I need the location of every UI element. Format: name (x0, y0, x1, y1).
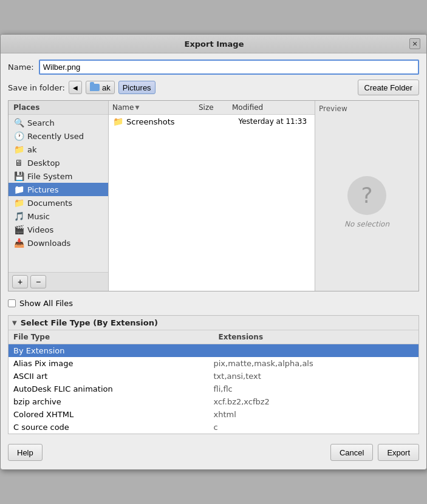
folder-icon-pictures: 📁 (13, 185, 24, 194)
place-item-documents[interactable]: 📁 Documents (9, 196, 108, 209)
col-name-label: Name (112, 103, 134, 112)
file-row-screenshots[interactable]: 📁 Screenshots Yesterday at 11:33 (109, 115, 315, 128)
place-label-downloads: Downloads (27, 239, 70, 248)
col-modified-label: Modified (232, 103, 263, 112)
ft-row-bzip[interactable]: bzip archive xcf.bz2,xcfbz2 (9, 395, 418, 408)
ft-type-autodesk-flic: AutoDesk FLIC animation (13, 384, 214, 393)
dialog-title: Export Image (19, 39, 409, 49)
place-item-search[interactable]: 🔍 Search (9, 116, 108, 129)
drive-icon: 💾 (13, 171, 24, 181)
place-label-filesystem: File System (27, 172, 72, 181)
folder-icon-documents: 📁 (13, 198, 24, 208)
ft-col-header-type: File Type (9, 332, 214, 342)
folder-icon-ak: 📁 (13, 145, 24, 154)
name-label: Name: (8, 63, 34, 72)
file-type-header[interactable]: ▼ Select File Type (By Extension) (9, 316, 418, 330)
place-label-recently-used: Recently Used (27, 132, 84, 141)
place-label-documents: Documents (27, 199, 72, 208)
add-place-button[interactable]: + (12, 275, 28, 288)
ft-type-c-source: C source code (13, 423, 214, 432)
ft-col-header-ext: Extensions (214, 332, 419, 342)
ft-type-alias-pix: Alias Pix image (13, 359, 214, 368)
back-button[interactable]: ◀ (69, 81, 82, 94)
video-icon: 🎬 (13, 225, 24, 234)
ft-ext-ascii-art: txt,ansi,text (214, 372, 414, 381)
name-row: Name: (8, 60, 419, 75)
main-panel: Places 🔍 Search 🕐 Recently Used 📁 ak (8, 100, 419, 291)
folder-icon-screenshots: 📁 (112, 117, 123, 126)
preview-no-selection: No selection (344, 220, 389, 228)
ft-col-headers: File Type Extensions (9, 330, 418, 344)
ft-type-by-extension: By Extension (13, 346, 214, 355)
breadcrumb-pictures-label: Pictures (123, 83, 151, 92)
titlebar: Export Image ✕ (1, 35, 426, 53)
ft-type-bzip: bzip archive (13, 397, 214, 406)
ft-ext-autodesk-flic: fli,flc (214, 384, 414, 393)
cancel-button[interactable]: Cancel (330, 444, 373, 461)
files-panel: Name ▼ Size Modified 📁 Screenshots (109, 101, 315, 291)
places-panel: Places 🔍 Search 🕐 Recently Used 📁 ak (9, 101, 109, 291)
ft-ext-c-source: c (214, 423, 414, 432)
show-all-files-row: Show All Files (8, 296, 419, 310)
ft-row-c-source[interactable]: C source code c (9, 421, 418, 434)
ft-ext-bzip: xcf.bz2,xcfbz2 (214, 397, 414, 406)
place-item-filesystem[interactable]: 💾 File System (9, 169, 108, 183)
file-type-title: Select File Type (By Extension) (21, 318, 158, 327)
save-in-folder-label: Save in folder: (8, 83, 65, 92)
places-list: 🔍 Search 🕐 Recently Used 📁 ak 🖥 Desktop (9, 115, 108, 272)
dialog-body: Name: Save in folder: ◀ ak Pictures Crea… (1, 53, 426, 469)
folder-row: Save in folder: ◀ ak Pictures Create Fol… (8, 80, 419, 95)
place-label-desktop: Desktop (27, 158, 60, 168)
help-button[interactable]: Help (8, 444, 43, 461)
show-all-files-checkbox[interactable] (8, 299, 16, 307)
breadcrumb-ak-label: ak (102, 83, 111, 92)
remove-place-button[interactable]: − (30, 275, 46, 288)
preview-header: Preview (319, 104, 415, 113)
place-item-desktop[interactable]: 🖥 Desktop (9, 156, 108, 169)
col-header-modified[interactable]: Modified (228, 101, 315, 114)
preview-panel: Preview ? No selection (315, 101, 418, 291)
clock-icon: 🕐 (13, 131, 24, 141)
ft-row-alias-pix[interactable]: Alias Pix image pix,matte,mask,alpha,als (9, 357, 418, 370)
files-list: 📁 Screenshots Yesterday at 11:33 (109, 115, 315, 291)
place-item-ak[interactable]: 📁 ak (9, 143, 108, 156)
breadcrumb-ak[interactable]: ak (86, 81, 115, 94)
place-item-videos[interactable]: 🎬 Videos (9, 223, 108, 236)
desktop-icon: 🖥 (13, 158, 24, 168)
download-icon: 📥 (13, 238, 24, 248)
sort-arrow-name: ▼ (135, 104, 139, 111)
ft-type-ascii-art: ASCII art (13, 372, 214, 381)
ft-row-ascii-art[interactable]: ASCII art txt,ansi,text (9, 370, 418, 383)
filename-input[interactable] (39, 60, 419, 75)
place-item-pictures[interactable]: 📁 Pictures (9, 183, 108, 196)
place-item-recently-used[interactable]: 🕐 Recently Used (9, 129, 108, 143)
place-item-downloads[interactable]: 📥 Downloads (9, 236, 108, 250)
place-label-videos: Videos (27, 225, 53, 234)
breadcrumb-pictures[interactable]: Pictures (118, 81, 155, 94)
col-header-name[interactable]: Name ▼ (109, 101, 195, 114)
ft-rows: By Extension Alias Pix image pix,matte,m… (9, 344, 418, 434)
ft-type-colored-xhtml: Colored XHTML (13, 410, 214, 419)
file-type-section: ▼ Select File Type (By Extension) File T… (8, 315, 419, 434)
ft-row-autodesk-flic[interactable]: AutoDesk FLIC animation fli,flc (9, 383, 418, 395)
place-item-music[interactable]: 🎵 Music (9, 209, 108, 223)
close-button[interactable]: ✕ (409, 38, 420, 49)
col-size-label: Size (199, 103, 214, 112)
ft-row-by-extension[interactable]: By Extension (9, 344, 418, 357)
bottom-buttons: Help Cancel Export (8, 439, 419, 463)
preview-content: ? No selection (319, 117, 415, 287)
file-modified-screenshots: Yesterday at 11:33 (239, 117, 312, 126)
places-header: Places (9, 101, 108, 115)
show-all-files-label: Show All Files (19, 299, 73, 308)
ft-ext-alias-pix: pix,matte,mask,alpha,als (214, 359, 414, 368)
place-label-ak: ak (27, 145, 37, 154)
col-header-size[interactable]: Size (195, 101, 228, 114)
music-icon: 🎵 (13, 211, 24, 221)
ft-row-colored-xhtml[interactable]: Colored XHTML xhtml (9, 408, 418, 421)
file-type-table: File Type Extensions By Extension Alias … (9, 330, 418, 434)
place-label-pictures: Pictures (27, 185, 58, 194)
export-button[interactable]: Export (378, 444, 419, 461)
files-header: Name ▼ Size Modified (109, 101, 315, 115)
create-folder-button[interactable]: Create Folder (358, 80, 419, 95)
preview-question-icon: ? (347, 176, 386, 215)
